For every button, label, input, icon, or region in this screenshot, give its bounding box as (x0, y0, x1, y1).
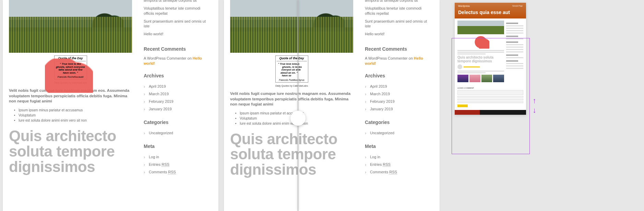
meta-link[interactable]: Comments RSS (144, 168, 210, 176)
meta-link[interactable]: Entries RSS (365, 161, 431, 168)
recent-post-link[interactable]: Hello world! (144, 32, 210, 37)
archives-heading: Archives (144, 73, 210, 78)
thumb-footer (455, 110, 526, 115)
recent-post-link[interactable]: tempora ut similique corporis sit (365, 0, 431, 3)
post-title[interactable]: Quis architecto soluta tempore dignissim… (9, 128, 132, 175)
category-link[interactable]: Uncategorized (144, 129, 210, 137)
recent-comment-prefix: A WordPress Commenter on (365, 56, 414, 60)
viewport-up-button[interactable]: ↑ (533, 97, 536, 104)
archive-link[interactable]: January 2019 (144, 105, 210, 113)
archive-link[interactable]: April 2019 (365, 83, 431, 90)
recent-post-link[interactable]: Sunt praesentium animi sed omnis ut iste (144, 19, 210, 29)
categories-list: Uncategorized (144, 129, 210, 137)
post-hero-image (9, 0, 132, 53)
recent-comment: A WordPress Commenter on Hello world! (144, 56, 210, 66)
archives-list: April 2019 March 2019 February 2019 Janu… (144, 83, 210, 113)
category-link[interactable]: Uncategorized (365, 129, 431, 137)
quote-of-day-widget: Quote of the Day " True loveghosts,every… (275, 55, 308, 83)
archive-link[interactable]: January 2019 (365, 105, 431, 113)
recent-post-link[interactable]: Voluptatibus tenetur iste commodi offici… (144, 6, 210, 16)
categories-heading: Categories (144, 120, 210, 125)
quote-caption: Daily Quotes by CalendarLabs (9, 82, 132, 84)
meta-heading: Meta (144, 144, 210, 149)
thumb-post-title: Quis architecto soluta tempore dignissim… (457, 56, 504, 63)
avatar-icon (457, 64, 462, 69)
thumb-brand: Wordpress (458, 5, 470, 7)
meta-list: Log in Entries RSS Comments RSS (365, 153, 431, 176)
meta-link[interactable]: Entries RSS (144, 161, 210, 168)
archives-heading: Archives (365, 73, 431, 78)
recent-post-link[interactable]: Voluptatibus tenetur iste commodi offici… (365, 6, 431, 16)
thumb-hero-image (457, 21, 504, 34)
sidebar: tempora ut similique corporis sit Volupt… (359, 0, 437, 211)
preview-pane-left: Quote of the Day " True love is like gho… (0, 0, 221, 211)
quote-title: Quote of the Day (277, 57, 307, 61)
quote-body-right-half: iciousre looksck sideen. " (292, 62, 307, 75)
main-column: Quote of the Day " True loveghosts,every… (224, 0, 359, 211)
preview-canvas-left: Quote of the Day " True love is like gho… (3, 0, 218, 211)
sidebar: tempora ut similique corporis sit Volupt… (138, 0, 215, 211)
recent-post-link[interactable]: Hello world! (365, 32, 431, 37)
thumb-sidebar (506, 21, 523, 84)
archive-link[interactable]: February 2019 (144, 98, 210, 105)
thumb-hero: Wordpress Sample Page Delectus quia esse… (455, 3, 526, 18)
thumb-hero-title: Delectus quia esse aut (458, 10, 523, 15)
viewport-nav: ↑ ↓ (533, 97, 536, 114)
post-title[interactable]: Quis architecto soluta tempore dignissim… (230, 132, 353, 178)
recent-comments-heading: Recent Comments (365, 46, 431, 52)
meta-link[interactable]: Log in (365, 153, 431, 161)
recent-posts-tail: tempora ut similique corporis sit Volupt… (144, 0, 210, 37)
quote-author: Francois Rochefoucauld (56, 75, 86, 78)
meta-heading: Meta (365, 144, 431, 149)
main-column: Quote of the Day " True love is like gho… (3, 0, 138, 211)
compare-slider-knob[interactable] (290, 111, 306, 126)
post-bullet-list: Ipsum ipsam minus pariatur et accusamus … (9, 108, 132, 124)
meta-list: Log in Entries RSS Comments RSS (144, 153, 210, 176)
quote-body-left-half: " True loveghosts,everyonabout anhave se (277, 62, 292, 78)
archive-link[interactable]: March 2019 (365, 90, 431, 98)
meta-link[interactable]: Log in (144, 153, 210, 161)
quote-author: Francois Publilius Syrus (277, 78, 307, 81)
archives-list: April 2019 March 2019 February 2019 Janu… (365, 83, 431, 113)
preview-pane-right: Quote of the Day " True loveghosts,every… (221, 0, 442, 211)
full-page-thumbnail[interactable]: Wordpress Sample Page Delectus quia esse… (455, 3, 526, 115)
quote-of-day-widget: Quote of the Day " True love is like gho… (54, 55, 87, 79)
post-excerpt: Velit nobis fugit cumque iure nostrum ma… (230, 91, 353, 107)
thumb-submit-button (457, 104, 468, 107)
post-hero-image (230, 0, 353, 53)
recent-comment-prefix: A WordPress Commenter on (144, 56, 193, 60)
thumb-gallery (457, 75, 504, 82)
recent-post-link[interactable]: Sunt praesentium animi sed omnis ut iste (365, 19, 431, 29)
recent-posts-tail: tempora ut similique corporis sit Volupt… (365, 0, 431, 37)
thumb-body: Quis architecto soluta tempore dignissim… (455, 18, 526, 86)
post-bullet: Iure est soluta dolore animi enim vero s… (19, 119, 132, 122)
post-excerpt: Velit nobis fugit cumque iure nostrum ma… (9, 88, 132, 104)
thumb-comment-form: LEAVE A COMMENT (455, 86, 526, 110)
thumb-nav: Sample Page (512, 5, 523, 7)
post-bullet: Ipsum ipsam minus pariatur et accusamus (19, 108, 132, 112)
post-bullet: Voluptatum (19, 113, 132, 117)
recent-comments-heading: Recent Comments (144, 46, 210, 52)
thumb-form-label: LEAVE A COMMENT (457, 87, 523, 89)
recent-post-link[interactable]: tempora ut similique corporis sit (144, 0, 210, 3)
categories-heading: Categories (365, 120, 431, 125)
quote-body: " True love is like ghosts, which everyo… (56, 62, 86, 75)
compare-slider[interactable] (298, 0, 298, 211)
thumb-diff-highlight (472, 36, 489, 49)
archive-link[interactable]: March 2019 (144, 90, 210, 98)
preview-canvas-right: Quote of the Day " True loveghosts,every… (224, 0, 440, 211)
quote-caption: Daily Quotes by CalendarLabs (230, 85, 353, 87)
archive-link[interactable]: April 2019 (144, 83, 210, 90)
viewport-down-button[interactable]: ↓ (533, 107, 536, 114)
archive-link[interactable]: February 2019 (365, 98, 431, 105)
meta-link[interactable]: Comments RSS (365, 168, 431, 176)
thumbnail-pane: Wordpress Sample Page Delectus quia esse… (442, 0, 538, 211)
categories-list: Uncategorized (365, 129, 431, 137)
recent-comment: A WordPress Commenter on Hello world! (365, 56, 431, 66)
quote-title: Quote of the Day (56, 57, 86, 61)
